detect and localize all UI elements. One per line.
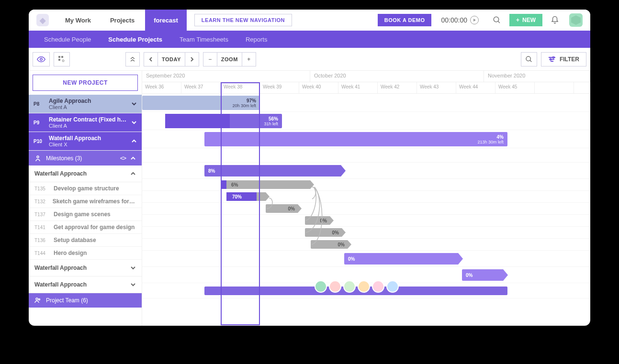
week-cell: Week 43 xyxy=(417,82,456,93)
gantt-bar-phase3[interactable]: 0% xyxy=(462,269,508,281)
week-cell: Week 39 xyxy=(260,82,299,93)
gantt-row-t136: 0% xyxy=(142,227,590,239)
gantt-bar-phase1[interactable]: 8% xyxy=(204,165,346,176)
task-row[interactable]: T144Hero design xyxy=(29,247,142,260)
gantt-row-t141: 0% xyxy=(142,215,590,227)
sub-navbar: Schedule People Schedule Projects Team T… xyxy=(29,31,590,48)
task-row[interactable]: T132Sketch game wireframes for Sp... xyxy=(29,195,142,208)
collapse-all-button[interactable] xyxy=(125,52,140,66)
book-demo-button[interactable]: BOOK A DEMO xyxy=(378,14,432,26)
gantt-bar-t136[interactable]: 0% xyxy=(305,228,346,237)
nav-my-work[interactable]: My Work xyxy=(56,10,100,31)
team-label: Project Team (6) xyxy=(46,297,88,304)
gantt-row-phase1: 8% xyxy=(142,163,590,179)
gantt-bar-t144[interactable]: 0% xyxy=(311,240,351,249)
gantt-bar-p9[interactable]: 56% 31h left xyxy=(165,114,282,128)
project-client: Client A xyxy=(49,123,127,129)
bar-percent: 0% xyxy=(348,256,355,262)
project-row-p9[interactable]: P9 Retainer Contract (Fixed ho... Client… xyxy=(29,113,142,132)
subnav-schedule-people[interactable]: Schedule People xyxy=(36,31,99,48)
avatar[interactable] xyxy=(343,280,356,293)
subnav-reports[interactable]: Reports xyxy=(238,31,275,48)
notifications-icon[interactable] xyxy=(550,15,560,25)
phase-row-2[interactable]: Waterfall Approach xyxy=(29,260,142,276)
chevron-down-icon xyxy=(131,120,137,125)
gantt-row-p9: 56% 31h left xyxy=(142,112,590,130)
gantt-row-t137: 0% xyxy=(142,203,590,215)
month-cell: October 2020 xyxy=(310,71,484,82)
gantt-row-t144: 0% xyxy=(142,239,590,251)
user-avatar[interactable] xyxy=(569,13,583,27)
avatar[interactable] xyxy=(329,280,341,293)
filter-label: FILTER xyxy=(560,56,579,63)
new-project-button[interactable]: NEW PROJECT xyxy=(33,75,138,91)
prev-period-button[interactable] xyxy=(144,52,158,66)
visibility-toggle[interactable] xyxy=(33,52,50,66)
milestones-row[interactable]: Milestones (3) <> xyxy=(29,151,142,165)
avatar[interactable] xyxy=(315,280,327,293)
nav-forecast[interactable]: forecast xyxy=(145,10,187,31)
svg-point-13 xyxy=(550,58,551,60)
gantt-bar-p10[interactable]: 4% 213h 30m left xyxy=(204,132,507,146)
gantt-row-t135: 6% xyxy=(142,179,590,191)
project-id: P8 xyxy=(34,101,45,107)
subnav-team-timesheets[interactable]: Team Timesheets xyxy=(172,31,236,48)
svg-rect-3 xyxy=(58,56,60,58)
phase-label: Waterfall Approach xyxy=(34,281,87,288)
project-row-p10[interactable]: P10 Waterfall Approach Client X xyxy=(29,132,142,151)
learn-navigation-button[interactable]: LEARN THE NEW NAVIGATION xyxy=(194,14,292,26)
project-row-p8[interactable]: P8 Agile Approach Client A xyxy=(29,95,142,113)
week-cell: Week 44 xyxy=(456,82,495,93)
phase-row-1[interactable]: Waterfall Approach xyxy=(29,165,142,182)
timeline[interactable]: September 2020 October 2020 November 202… xyxy=(142,71,590,326)
task-row[interactable]: T135Develop game structure xyxy=(29,182,142,195)
gantt-bar-p8[interactable]: 97% 20h 30m left xyxy=(142,96,260,110)
zoom-in-button[interactable]: + xyxy=(242,52,256,66)
week-cell: Week 40 xyxy=(299,82,338,93)
gantt-bar-t137[interactable]: 0% xyxy=(266,204,302,213)
week-cell: Week 45 xyxy=(495,82,535,93)
subnav-schedule-projects[interactable]: Schedule Projects xyxy=(101,31,170,48)
svg-point-15 xyxy=(36,298,38,300)
nav-projects[interactable]: Projects xyxy=(101,10,143,31)
gantt-row-team xyxy=(142,283,590,298)
svg-line-1 xyxy=(498,21,500,23)
next-period-button[interactable] xyxy=(185,52,199,66)
gantt-bar-phase2[interactable]: 0% xyxy=(344,253,463,265)
project-team-row[interactable]: Project Team (6) xyxy=(29,293,142,308)
phase-row-3[interactable]: Waterfall Approach xyxy=(29,276,142,293)
gantt-bar-t141[interactable]: 0% xyxy=(305,216,334,225)
timer-value: 00:00:00 xyxy=(441,16,467,24)
bar-remaining: 213h 30m left xyxy=(477,140,504,144)
gantt-row-phase2: 0% xyxy=(142,251,590,267)
zoom-label: ZOOM xyxy=(217,52,242,66)
avatar[interactable] xyxy=(358,280,370,293)
week-cell: Week 37 xyxy=(181,82,221,93)
filter-button[interactable]: FILTER xyxy=(541,52,586,66)
new-button[interactable]: + NEW xyxy=(509,14,542,26)
avatar[interactable] xyxy=(386,280,399,293)
bar-percent: 97% xyxy=(247,98,256,103)
zoom-out-button[interactable]: − xyxy=(203,52,217,66)
gantt-bar-t132[interactable]: 70% xyxy=(226,192,270,201)
task-row[interactable]: T136Setup database xyxy=(29,234,142,247)
today-button[interactable]: TODAY xyxy=(158,52,185,66)
bar-percent: 6% xyxy=(231,182,238,188)
layout-toggle[interactable] xyxy=(54,52,70,66)
task-row[interactable]: T137Design game scenes xyxy=(29,208,142,221)
task-row[interactable]: T141Get approval for game design xyxy=(29,221,142,234)
avatar[interactable] xyxy=(372,280,384,293)
project-id: P9 xyxy=(34,120,45,125)
timeline-search-button[interactable] xyxy=(521,52,537,66)
milestone-icon xyxy=(34,155,41,162)
bar-percent: 0% xyxy=(320,218,327,223)
search-icon[interactable] xyxy=(492,15,502,25)
gantt-bar-t135[interactable]: 6% xyxy=(221,180,314,189)
bar-remaining: 20h 30m left xyxy=(232,103,256,108)
timer-play-icon[interactable] xyxy=(470,16,479,24)
gantt-row-milestones xyxy=(142,148,590,163)
plus-icon: + xyxy=(516,17,519,23)
task-id: T132 xyxy=(34,199,48,204)
svg-point-16 xyxy=(39,299,40,300)
week-header: Week 36 Week 37 Week 38 Week 39 Week 40 … xyxy=(142,82,590,94)
